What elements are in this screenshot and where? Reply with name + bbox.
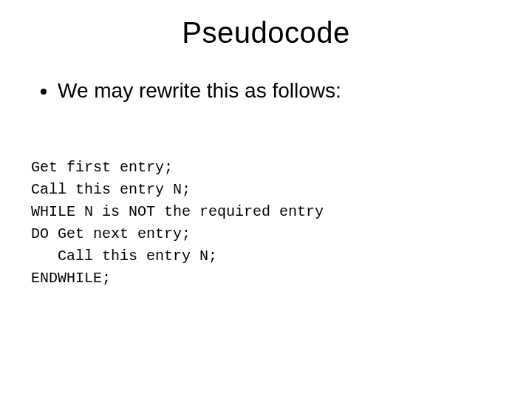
bullet-item: We may rewrite this as follows: [58,78,501,103]
slide-body: We may rewrite this as follows: Get firs… [0,50,532,290]
bullet-list: We may rewrite this as follows: [44,78,501,103]
slide: Pseudocode We may rewrite this as follow… [0,0,532,399]
code-line: WHILE N is NOT the required entry [31,203,324,220]
code-line: Call this entry N; [31,248,217,265]
code-line: Get first entry; [31,159,173,176]
pseudocode-block: Get first entry; Call this entry N; WHIL… [31,134,501,290]
code-line: Call this entry N; [31,181,191,198]
code-line: DO Get next entry; [31,225,191,242]
slide-title: Pseudocode [0,0,532,50]
code-line: ENDWHILE; [31,270,111,287]
